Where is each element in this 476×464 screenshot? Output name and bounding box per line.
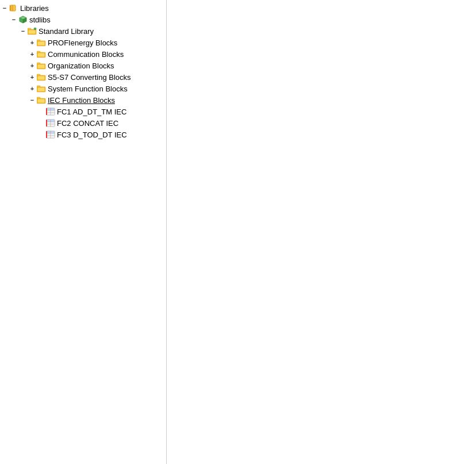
system-function-label: System Function Blocks	[48, 85, 128, 93]
stdlibs-icon	[18, 15, 28, 24]
svg-rect-34	[47, 113, 51, 115]
organization-label: Organization Blocks	[48, 62, 114, 70]
fc3-icon	[46, 130, 55, 139]
expand-iec-function[interactable]	[28, 95, 37, 105]
expand-s5s7[interactable]	[28, 72, 37, 82]
svg-rect-35	[51, 113, 55, 115]
system-function-icon	[37, 84, 46, 93]
svg-rect-36	[46, 108, 47, 115]
communication-icon	[37, 49, 46, 59]
svg-rect-31	[51, 108, 55, 110]
tree-node-stdlibs[interactable]: stdlibs	[0, 14, 166, 25]
profienergy-icon	[37, 38, 46, 47]
iec-function-icon	[37, 95, 46, 105]
tree-node-iec-function[interactable]: IEC Function Blocks	[0, 94, 166, 106]
svg-rect-19	[37, 64, 45, 68]
tree-node-fc3[interactable]: FC3 D_TOD_DT IEC	[0, 129, 166, 140]
expand-stdlibs[interactable]	[9, 15, 18, 24]
svg-rect-50	[47, 136, 51, 138]
svg-rect-47	[51, 131, 55, 133]
standard-library-icon	[28, 26, 37, 36]
svg-rect-43	[51, 124, 55, 126]
fc2-label: FC2 CONCAT IEC	[57, 119, 118, 128]
svg-rect-12	[37, 40, 40, 41]
expand-standard-library[interactable]	[18, 26, 28, 36]
tree-node-system-function[interactable]: System Function Blocks	[0, 83, 166, 94]
tree-node-profienergy[interactable]: PROFIenergy Blocks	[0, 37, 166, 48]
tree-node-fc2[interactable]: FC2 CONCAT IEC	[0, 117, 166, 129]
tree-node-standard-library[interactable]: Standard Library	[0, 25, 166, 37]
svg-rect-1	[11, 5, 16, 11]
svg-rect-18	[37, 63, 40, 64]
tree-node-s5s7[interactable]: S5-S7 Converting Blocks	[0, 71, 166, 83]
svg-rect-25	[37, 87, 45, 91]
communication-label: Communication Blocks	[48, 50, 124, 59]
svg-rect-39	[51, 120, 55, 122]
tree-node-libraries[interactable]: Libraries	[0, 2, 166, 14]
svg-rect-24	[37, 86, 40, 87]
fc3-label: FC3 D_TOD_DT IEC	[57, 131, 127, 139]
svg-rect-42	[47, 124, 51, 126]
svg-rect-16	[37, 53, 45, 57]
svg-rect-48	[47, 133, 51, 136]
iec-function-label: IEC Function Blocks	[48, 96, 115, 105]
svg-rect-13	[37, 41, 45, 45]
profienergy-label: PROFIenergy Blocks	[48, 39, 117, 47]
svg-rect-8	[28, 28, 31, 30]
fc1-label: FC1 AD_DT_TM IEC	[57, 108, 126, 116]
svg-rect-49	[51, 133, 55, 136]
expand-profienergy[interactable]	[28, 38, 37, 47]
expand-libraries[interactable]	[0, 3, 9, 13]
svg-rect-52	[46, 131, 47, 138]
expand-communication[interactable]	[28, 49, 37, 59]
expand-organization[interactable]	[28, 61, 37, 70]
svg-rect-30	[47, 108, 51, 110]
organization-icon	[37, 61, 46, 70]
svg-rect-46	[47, 131, 51, 133]
libraries-label: Libraries	[20, 4, 49, 13]
s5s7-icon	[37, 72, 46, 82]
s5s7-label: S5-S7 Converting Blocks	[48, 73, 131, 82]
libraries-icon	[9, 3, 18, 13]
svg-rect-28	[37, 99, 45, 103]
fc1-icon	[46, 107, 55, 116]
expand-system-function[interactable]	[28, 84, 37, 93]
tree-node-fc1[interactable]: FC1 AD_DT_TM IEC	[0, 106, 166, 117]
svg-rect-21	[37, 74, 40, 76]
standard-library-label: Standard Library	[39, 27, 94, 36]
svg-rect-41	[51, 122, 55, 124]
tree-node-organization[interactable]: Organization Blocks	[0, 60, 166, 71]
fc2-icon	[46, 118, 55, 128]
stdlibs-label: stdlibs	[29, 16, 51, 24]
svg-rect-22	[37, 76, 45, 80]
svg-rect-15	[37, 51, 40, 53]
svg-rect-33	[51, 110, 55, 113]
svg-rect-40	[47, 122, 51, 124]
tree-node-communication[interactable]: Communication Blocks	[0, 48, 166, 60]
svg-rect-9	[28, 30, 36, 34]
svg-rect-27	[37, 97, 40, 99]
svg-rect-51	[51, 136, 55, 138]
svg-rect-44	[46, 120, 47, 126]
svg-rect-38	[47, 120, 51, 122]
svg-rect-32	[47, 110, 51, 113]
tree-panel[interactable]: Libraries stdlibs	[0, 0, 167, 464]
svg-point-10	[34, 28, 36, 30]
